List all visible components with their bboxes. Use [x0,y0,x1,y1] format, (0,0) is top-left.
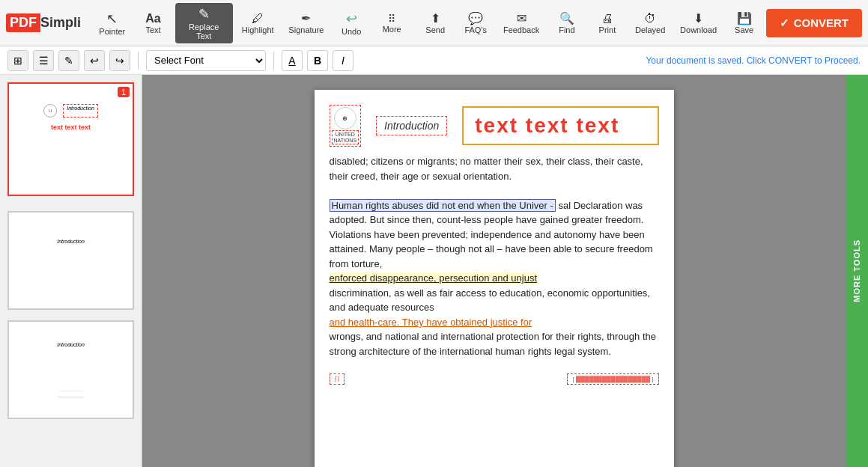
highlight-tool[interactable]: 🖊 Highlight [236,3,280,43]
thumb-body-lines [68,134,74,174]
footer-bracket-left: ⌈⌉ [330,373,345,385]
selected-sentence[interactable]: Human rights abuses did not end when the… [330,199,556,212]
faq-label: FAQ's [464,25,487,34]
thumb-body-lines-2 [68,245,74,283]
replace-text-label: Replace Text [183,22,225,40]
convert-label: CONVERT [794,16,849,29]
page-thumbnails-panel: 1 U Introduction text text text [0,75,142,467]
redo-button[interactable]: ↪ [109,50,130,71]
body-paragraph-2: Human rights abuses did not end when the… [330,198,659,272]
replace-text-icon: ✎ [198,6,210,22]
logo-simpli: Simpli [40,15,81,31]
more-tools-label: MORE TOOLS [852,239,861,302]
page-footer: ⌈⌉ [ ▓▓▓▓▓▓▓▓▓▓▓▓▓▓▓▓▓ ] [330,373,659,385]
status-text-after: to Proceed. [812,55,861,66]
highlight-label: Highlight [242,25,274,34]
more-tools-panel[interactable]: MORE TOOLS [846,75,868,467]
un-emblem: ⊕ [334,107,356,129]
bold-button[interactable]: B [307,50,328,71]
page-thumbnail-1[interactable]: 1 U Introduction text text text [7,82,134,196]
body-paragraph-3: enforced disappearance, persecution and … [330,271,659,286]
thumb-image-3: Introduction __________ [12,325,130,415]
status-message: Your document is saved. Click CONVERT to… [646,55,861,66]
save-label: Save [735,25,753,34]
print-icon: 🖨 [601,12,613,25]
feedback-label: Feedback [503,25,539,34]
thumb-image-1: U Introduction text text text [12,87,130,192]
replace-text-tool[interactable]: ✎ Replace Text [175,3,233,43]
body-paragraph-4: discrimination, as well as fair access t… [330,286,659,315]
send-icon: ⬆ [431,11,440,25]
print-tool[interactable]: 🖨 Print [589,3,626,43]
pointer-tool[interactable]: ↖ Pointer [93,3,132,43]
page-header: ⊕ UNITEDNATIONS Introduction text text t… [330,105,659,147]
big-text-content: text text text [475,114,619,137]
save-tool[interactable]: 💾 Save [726,3,763,43]
highlighted-span: enforced disappearance, persecution and … [330,272,538,284]
thumb-image-2: Introduction [12,216,130,305]
status-text-before: Your document is saved. Click [646,55,768,66]
convert-check-icon: ✓ [780,16,789,30]
undo-label: Undo [342,27,361,36]
delayed-label: Delayed [635,25,665,34]
find-icon: 🔍 [559,11,574,25]
page-number-1: 1 [118,87,130,97]
signature-tool[interactable]: ✒ Signature [283,3,330,43]
highlight-icon: 🖊 [252,12,264,25]
download-tool[interactable]: ⬇ Download [674,3,722,43]
un-logo: ⊕ UNITEDNATIONS [330,105,362,147]
big-text-box[interactable]: text text text [462,106,658,145]
thumb-red-text: text text text [51,123,91,131]
text-tool[interactable]: Aa Text [135,3,172,43]
undo-tool[interactable]: ↩ Undo [333,3,370,43]
font-select[interactable]: Select Font [146,50,266,71]
edit-button[interactable]: ✎ [58,50,79,71]
document-area: ⊕ UNITEDNATIONS Introduction text text t… [142,75,846,467]
intro-label-box: Introduction [376,116,447,135]
undo-icon: ↩ [346,10,357,27]
print-label: Print [599,25,616,34]
grid-view-button[interactable]: ⊞ [7,50,28,71]
signature-icon: ✒ [301,11,311,25]
align-button[interactable]: A [282,50,303,71]
logo-pdf: PDF [6,13,40,32]
undo-button[interactable]: ↩ [84,50,105,71]
list-view-button[interactable]: ☰ [33,50,54,71]
pointer-label: Pointer [99,27,125,36]
more-tool[interactable]: ⠿ More [373,3,410,43]
faq-tool[interactable]: 💬 FAQ's [457,3,494,43]
find-label: Find [559,25,574,34]
delayed-tool[interactable]: ⏱ Delayed [629,3,672,43]
save-icon: 💾 [737,11,752,25]
feedback-tool[interactable]: ✉ Feedback [497,3,545,43]
footer-bracket-right: [ ▓▓▓▓▓▓▓▓▓▓▓▓▓▓▓▓▓ ] [567,373,658,385]
convert-button[interactable]: ✓ CONVERT [766,9,862,37]
logo: PDF Simpli [6,13,81,32]
text-icon: Aa [145,12,160,25]
main-area: 1 U Introduction text text text [0,75,868,467]
document-body: disabled; citizens or migrants; no matte… [330,154,659,358]
separator-1 [138,52,139,70]
send-tool[interactable]: ⬆ Send [416,3,454,43]
find-tool[interactable]: 🔍 Find [548,3,586,43]
pointer-icon: ↖ [106,10,118,27]
body-text-4: wrongs, and national and international p… [330,331,657,357]
body-paragraph-1: disabled; citizens or migrants; no matte… [330,154,659,183]
body-text-3: discrimination, as well as fair access t… [330,287,651,314]
signature-label: Signature [288,25,324,34]
feedback-icon: ✉ [517,11,526,25]
page-thumbnail-3[interactable]: Introduction __________ [7,320,134,419]
thumb-body-lines-3 [68,349,74,386]
send-label: Send [425,25,445,34]
status-convert-link: CONVERT [768,55,812,66]
main-toolbar: PDF Simpli ↖ Pointer Aa Text ✎ Replace T… [0,0,868,46]
text-label: Text [145,25,160,34]
italic-button[interactable]: I [333,50,353,71]
orange-underline-text: and health-care. They have obtained just… [330,317,532,328]
faq-icon: 💬 [468,11,483,25]
body-paragraph-6: wrongs, and national and international p… [330,329,659,358]
intro-label-text: Introduction [384,120,439,132]
page-thumbnail-2[interactable]: Introduction [7,211,134,310]
download-label: Download [680,25,717,34]
secondary-toolbar: ⊞ ☰ ✎ ↩ ↪ Select Font A B I Your documen… [0,46,868,75]
